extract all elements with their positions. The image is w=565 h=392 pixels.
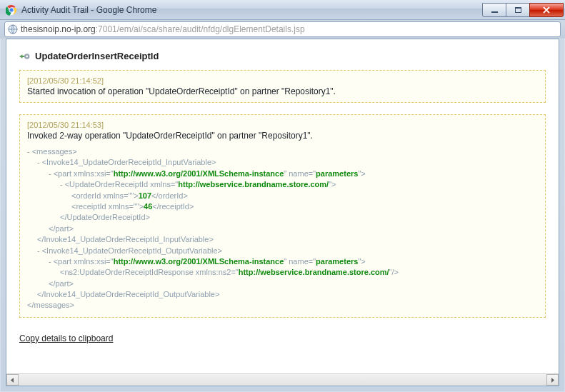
horizontal-scrollbar[interactable] (6, 373, 559, 386)
svg-point-5 (26, 55, 28, 57)
window-controls (483, 3, 564, 17)
copy-details-link[interactable]: Copy details to clipboard (19, 333, 113, 343)
url-text: thesisnoip.no-ip.org:7001/em/ai/sca/shar… (21, 24, 557, 34)
section-title: UpdateOrderInsertReceiptId (35, 51, 159, 61)
maximize-button[interactable] (506, 3, 530, 17)
scroll-left-button[interactable] (6, 374, 19, 386)
scroll-area[interactable]: UpdateOrderInsertReceiptId [2012/05/30 2… (6, 39, 559, 373)
close-button[interactable] (529, 3, 564, 17)
chrome-icon (6, 4, 17, 16)
globe-icon (8, 24, 18, 34)
address-bar[interactable]: thesisnoip.no-ip.org:7001/em/ai/sca/shar… (4, 21, 561, 37)
section-header: UpdateOrderInsertReceiptId (19, 51, 546, 61)
event-box-1: [2012/05/30 21:14:52] Started invocation… (19, 70, 546, 103)
address-row: thesisnoip.no-ip.org:7001/em/ai/sca/shar… (0, 20, 565, 39)
minimize-button[interactable] (482, 3, 506, 17)
titlebar: Activity Audit Trail - Google Chrome (0, 0, 565, 20)
invoke-icon (19, 51, 31, 61)
event-message: Invoked 2-way operation "UpdateOrderRece… (27, 131, 538, 141)
event-message: Started invocation of operation "UpdateO… (27, 86, 538, 96)
page-content: UpdateOrderInsertReceiptId [2012/05/30 2… (6, 39, 559, 386)
timestamp: [2012/05/30 21:14:53] (27, 121, 538, 129)
xml-payload: -<messages> -<Invoke14_UpdateOrderReceip… (27, 146, 538, 311)
chrome-window: Activity Audit Trail - Google Chrome the… (0, 0, 565, 392)
event-box-2: [2012/05/30 21:14:53] Invoked 2-way oper… (19, 114, 546, 318)
window-title: Activity Audit Trail - Google Chrome (21, 5, 483, 15)
timestamp: [2012/05/30 21:14:52] (27, 76, 538, 85)
scroll-right-button[interactable] (546, 374, 559, 386)
